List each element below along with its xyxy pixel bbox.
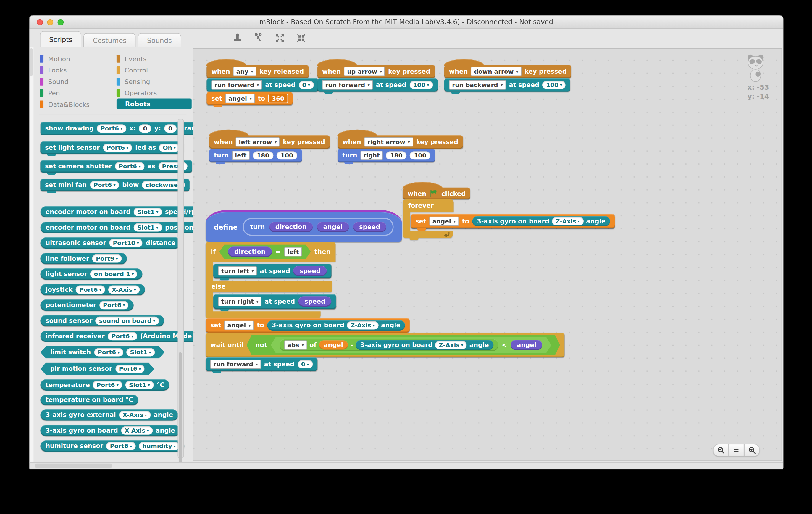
scripts-canvas[interactable]: x: -53 y: -14 = whenany▾key releasedrun … (193, 48, 782, 461)
bottom-scrollbar[interactable] (30, 462, 783, 469)
parameter-direction[interactable]: direction (269, 222, 313, 232)
category-looks[interactable]: Looks (40, 64, 116, 76)
when-key-pressed-hat[interactable]: whendown arrow▾key pressed (444, 65, 572, 79)
temperature-block[interactable]: temperaturePort6▾Slot1▾°C (40, 379, 170, 391)
dropdown-slot1[interactable]: Slot1▾ (125, 381, 154, 389)
set-light-sensor-led-block[interactable]: set light sensorPort6▾led asOn▾ (40, 141, 184, 154)
dropdown-0[interactable]: 0▾ (298, 81, 314, 89)
run-backward-block[interactable]: run backward▾at speed100▾ (444, 78, 570, 92)
run-forward-block[interactable]: run forward▾at speed0▾ (206, 358, 317, 371)
temperature-on-board-block[interactable]: temperature on board °C (40, 395, 139, 405)
category-pen[interactable]: Pen (40, 87, 116, 98)
encoder-motor-speed-block[interactable]: encoder motor on boardSlot1▾speed/rpm (40, 206, 193, 218)
dropdown-z-axis[interactable]: Z-Axis▾ (435, 341, 467, 349)
run-forward-block[interactable]: run forward▾at speed0▾ (207, 78, 318, 92)
dropdown-right-arrow[interactable]: right arrow▾ (364, 137, 413, 147)
category-events[interactable]: Events (116, 53, 193, 64)
category-control[interactable]: Control (116, 64, 193, 76)
encoder-motor-position-block[interactable]: encoder motor on boardSlot1▾position/deg… (40, 222, 193, 233)
dropdown-abs[interactable]: abs▾ (284, 340, 307, 350)
dropdown-port6[interactable]: Port6▾ (97, 124, 126, 133)
close-button[interactable] (37, 19, 43, 25)
when-key-pressed-hat[interactable]: whenright arrow▾key pressed (338, 135, 463, 149)
input-0[interactable]: 0 (139, 124, 151, 133)
dropdown-angel[interactable]: angel▾ (225, 94, 255, 103)
bottom-scrollbar-thumb[interactable] (35, 464, 112, 468)
dropdown-0[interactable]: 0▾ (297, 360, 313, 368)
shrink-block-icon[interactable] (296, 33, 306, 43)
tab-scripts[interactable]: Scripts (40, 31, 82, 47)
potentiometer-block[interactable]: potentiometerPort6▾ (40, 299, 134, 311)
sound-sensor-block[interactable]: sound sensorsound on board▾ (40, 315, 164, 326)
when-down-arrow-script[interactable]: whendown arrow▾key pressedrun backward▾a… (444, 59, 572, 92)
set-angel-block[interactable]: setangel▾to360 (207, 92, 293, 105)
dropdown-port6[interactable]: Port6▾ (99, 301, 129, 309)
gyro-external-block[interactable]: 3-axis gyro externalX-Axis▾angle (40, 409, 178, 421)
dropdown-left-arrow[interactable]: left arrow▾ (236, 137, 280, 147)
input-180[interactable]: 180 (253, 151, 273, 160)
turn-left-at-speed-block[interactable]: turn left▾at speedspeed (213, 264, 331, 278)
dropdown-x-axis[interactable]: X-Axis▾ (119, 411, 150, 419)
category-sensing[interactable]: Sensing (116, 76, 193, 87)
input-0[interactable]: 0 (164, 124, 177, 133)
input-360[interactable]: 360 (268, 94, 288, 103)
when-right-arrow-script[interactable]: whenright arrow▾key pressedturnright1801… (338, 129, 463, 162)
define-turn-hat[interactable]: defineturndirectionangelspeed (206, 210, 402, 242)
input-180[interactable]: 180 (386, 151, 407, 160)
when-key-pressed-hat[interactable]: whenup arrow▾key pressed (317, 65, 435, 79)
pir-motion-sensor-block[interactable]: pir motion sensorPort6▾ (40, 363, 154, 375)
zoom-out-button[interactable] (713, 444, 729, 456)
when-any-key-released-script[interactable]: whenany▾key releasedrun forward▾at speed… (207, 59, 318, 105)
scissors-delete-icon[interactable] (254, 33, 263, 43)
reporter-block[interactable]: angel (319, 340, 348, 350)
dropdown-port6[interactable]: Port6▾ (93, 381, 122, 389)
dropdown-port6[interactable]: Port6▾ (108, 332, 137, 340)
turn-right-at-speed-block[interactable]: turn right▾at speedspeed (213, 294, 336, 309)
dropdown-port6[interactable]: Port6▾ (107, 442, 136, 450)
dropdown-down-arrow[interactable]: down arrow▾ (471, 67, 522, 76)
grow-block-icon[interactable] (275, 33, 285, 43)
set-mini-fan-block[interactable]: set mini fanPort6▾blowclockwise▾ (40, 179, 190, 191)
run-forward-block[interactable]: run forward▾at speed100▾ (317, 78, 437, 92)
ultrasonic-sensor-block[interactable]: ultrasonic sensorPort10▾distance (40, 237, 181, 249)
title-bar[interactable]: mBlock - Based On Scratch From the MIT M… (30, 16, 783, 29)
when-left-arrow-script[interactable]: whenleft arrow▾key pressedturnleft180100 (209, 129, 329, 162)
if-else-block[interactable]: ifdirection=leftthenturn left▾at speedsp… (206, 242, 336, 318)
dropdown-port6[interactable]: Port6▾ (115, 365, 145, 373)
boolean-block[interactable]: direction=left (219, 245, 311, 259)
joystick-block[interactable]: joystickPort6▾X-Axis▾ (40, 284, 145, 295)
parameter-direction[interactable]: direction (228, 247, 272, 257)
when-flag-clicked-hat[interactable]: whenclicked (403, 188, 470, 199)
light-sensor-block[interactable]: light sensoron board 1▾ (40, 268, 143, 280)
dropdown-port6[interactable]: Port6▾ (115, 162, 144, 170)
category-motion[interactable]: Motion (40, 53, 116, 64)
dropdown-100[interactable]: 100▾ (409, 81, 433, 89)
dropdown-port6[interactable]: Port6▾ (76, 286, 105, 294)
dropdown-run-backward[interactable]: run backward▾ (449, 80, 506, 90)
input-100[interactable]: 100 (410, 151, 430, 160)
when-key-released-hat[interactable]: whenany▾key released (207, 65, 309, 79)
turn-custom-call-block[interactable]: turnright180100 (338, 148, 435, 162)
set-angel-to-gyro-block[interactable]: setangel▾to3-axis gyro on boardZ-Axis▾an… (206, 318, 410, 333)
stamp-duplicate-icon[interactable] (233, 33, 242, 43)
dropdown-port6[interactable]: Port6▾ (94, 348, 123, 356)
input-right[interactable]: right (360, 151, 383, 160)
dropdown-on[interactable]: On▾ (159, 144, 179, 152)
turn-custom-call-block[interactable]: turnleft180100 (209, 148, 302, 162)
custom-block-prototype[interactable]: turndirectionangelspeed (243, 218, 394, 236)
boolean-block[interactable]: abs▾ofangel-3-axis gyro on boardZ-Axis▾a… (271, 337, 551, 353)
dropdown-port9[interactable]: Port9▾ (92, 255, 122, 263)
when-up-arrow-script[interactable]: whenup arrow▾key pressedrun forward▾at s… (317, 59, 437, 92)
reporter-block[interactable]: 3-axis gyro on boardZ-Axis▾angle (267, 320, 405, 331)
limit-switch-block[interactable]: limit switchPort6▾Slot1▾ (40, 346, 165, 359)
infrared-receiver-block[interactable]: infrared receiverPort6▾(Arduino Mode Onl… (40, 331, 193, 342)
dropdown-run-forward[interactable]: run forward▾ (210, 360, 261, 369)
palette-scrollbar[interactable] (177, 119, 184, 458)
parameter-angel[interactable]: angel (317, 222, 349, 232)
dropdown-on-board-1[interactable]: on board 1▾ (90, 270, 137, 278)
dropdown-any[interactable]: any▾ (233, 67, 256, 76)
gyro-on-board-block[interactable]: 3-axis gyro on boardX-Axis▾angle (40, 425, 180, 436)
dropdown-run-forward[interactable]: run forward▾ (211, 80, 262, 90)
dropdown-sound-on-board[interactable]: sound on board▾ (95, 317, 159, 325)
dropdown-humidity[interactable]: humidity▾ (139, 442, 179, 450)
